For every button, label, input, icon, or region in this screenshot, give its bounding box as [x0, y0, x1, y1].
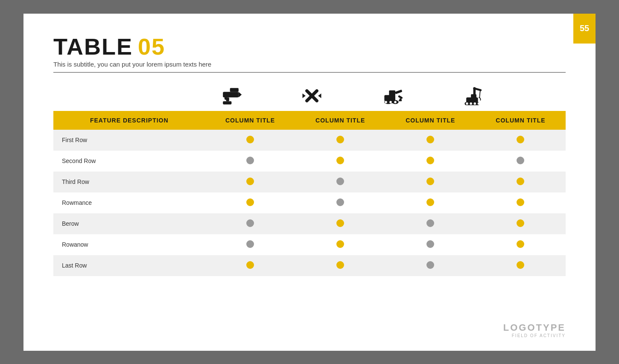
icon-tools [271, 81, 352, 111]
svg-rect-23 [471, 94, 476, 98]
icon-excavator [352, 81, 433, 111]
title-yellow: 05 [138, 35, 165, 58]
row-dot-cell [295, 172, 385, 192]
row-dot-cell [476, 172, 566, 192]
svg-point-27 [473, 102, 476, 105]
header-col4: COLUMN TITLE [476, 111, 566, 130]
subtitle: This is subtitle, you can put your lorem… [53, 61, 566, 68]
row-dot-cell [205, 151, 295, 172]
status-dot [517, 198, 524, 206]
status-dot [246, 219, 254, 227]
table-header-row: FEATURE DESCRIPTION COLUMN TITLE COLUMN … [53, 111, 566, 130]
table-row: Rowanow [53, 234, 566, 255]
row-label: Second Row [53, 151, 205, 172]
status-dot [517, 178, 524, 185]
logotype-name: LOGOTYPE [503, 322, 566, 333]
row-dot-cell [295, 234, 385, 255]
status-dot [336, 261, 344, 269]
status-dot [517, 261, 524, 269]
row-dot-cell [476, 130, 566, 151]
table-row: Second Row [53, 151, 566, 172]
svg-rect-12 [395, 90, 402, 94]
row-dot-cell [205, 213, 295, 234]
icons-row [53, 81, 566, 111]
svg-point-25 [466, 102, 468, 105]
slide: 55 TABLE 05 This is subtitle, you can pu… [23, 14, 596, 351]
header-feature: FEATURE DESCRIPTION [53, 111, 205, 130]
status-dot [426, 178, 434, 185]
status-dot [517, 157, 524, 164]
row-label: First Row [53, 130, 205, 151]
header-section: TABLE 05 This is subtitle, you can put y… [53, 35, 566, 73]
svg-point-26 [470, 102, 472, 105]
svg-rect-5 [224, 96, 227, 100]
icon-drill [190, 81, 271, 111]
row-dot-cell [476, 234, 566, 255]
row-dot-cell [476, 255, 566, 276]
svg-marker-8 [302, 93, 305, 98]
row-dot-cell [385, 255, 476, 276]
table-row: Third Row [53, 172, 566, 192]
table-row: First Row [53, 130, 566, 151]
row-dot-cell [295, 192, 385, 213]
svg-marker-2 [238, 92, 241, 97]
header-col2: COLUMN TITLE [295, 111, 385, 130]
row-dot-cell [205, 255, 295, 276]
status-dot [517, 219, 524, 227]
svg-point-28 [477, 102, 480, 105]
status-dot [336, 198, 344, 206]
status-dot [246, 240, 254, 248]
status-dot [426, 261, 434, 269]
logotype-tagline: FIELD OF ACTIVITY [503, 333, 566, 338]
svg-rect-11 [389, 90, 395, 96]
table-row: Berow [53, 213, 566, 234]
divider [53, 72, 566, 73]
row-dot-cell [476, 151, 566, 172]
status-dot [517, 136, 524, 143]
header-col1: COLUMN TITLE [205, 111, 295, 130]
row-dot-cell [476, 192, 566, 213]
row-label: Berow [53, 213, 205, 234]
svg-point-19 [394, 101, 397, 103]
status-dot [246, 261, 254, 269]
row-dot-cell [385, 172, 476, 192]
icon-empty [53, 81, 190, 111]
row-dot-cell [205, 234, 295, 255]
row-dot-cell [385, 130, 476, 151]
row-dot-cell [385, 213, 476, 234]
header-col3: COLUMN TITLE [385, 111, 476, 130]
row-dot-cell [205, 192, 295, 213]
icon-crane [433, 81, 514, 111]
row-dot-cell [295, 213, 385, 234]
row-label: Rowanow [53, 234, 205, 255]
status-dot [517, 240, 524, 248]
svg-rect-22 [466, 97, 478, 103]
svg-point-17 [385, 101, 387, 103]
status-dot [336, 157, 344, 164]
svg-point-18 [389, 101, 392, 103]
row-label: Last Row [53, 255, 205, 276]
svg-marker-9 [318, 93, 321, 98]
table-row: Rowmance [53, 192, 566, 213]
status-dot [336, 178, 344, 185]
row-label: Rowmance [53, 192, 205, 213]
row-dot-cell [385, 234, 476, 255]
status-dot [246, 157, 254, 164]
status-dot [336, 240, 344, 248]
row-dot-cell [295, 130, 385, 151]
status-dot [426, 219, 434, 227]
status-dot [426, 136, 434, 143]
page-number: 55 [573, 14, 596, 44]
row-dot-cell [295, 255, 385, 276]
table-row: Last Row [53, 255, 566, 276]
row-label: Third Row [53, 172, 205, 192]
title-line: TABLE 05 [53, 35, 566, 58]
row-dot-cell [205, 130, 295, 151]
title-black: TABLE [53, 35, 133, 58]
row-dot-cell [295, 151, 385, 172]
status-dot [246, 178, 254, 185]
row-dot-cell [385, 151, 476, 172]
status-dot [426, 198, 434, 206]
logotype: LOGOTYPE FIELD OF ACTIVITY [503, 322, 566, 338]
feature-table: FEATURE DESCRIPTION COLUMN TITLE COLUMN … [53, 111, 566, 276]
